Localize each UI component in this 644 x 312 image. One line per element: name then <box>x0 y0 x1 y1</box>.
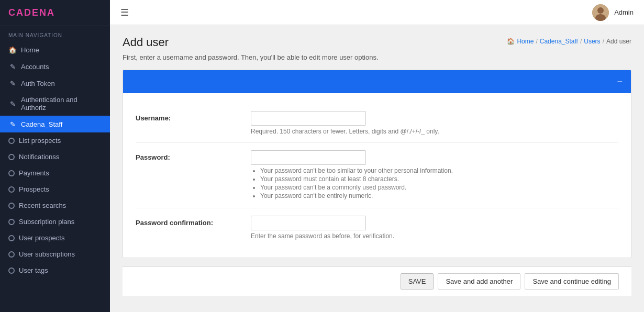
circle-icon <box>8 268 15 274</box>
save-add-another-button[interactable]: Save and add another <box>438 273 520 289</box>
username-label: Username: <box>136 111 251 122</box>
breadcrumb-current: Add user <box>606 38 631 45</box>
breadcrumb-parent[interactable]: Users <box>584 38 600 45</box>
password-confirm-row: Password confirmation: Enter the same pa… <box>136 208 618 247</box>
sidebar-item-label: User prospects <box>19 234 64 242</box>
sidebar-item-label: Accounts <box>21 63 49 71</box>
sidebar-item-label: Home <box>21 46 39 54</box>
password-confirm-help: Enter the same password as before, for v… <box>251 232 618 240</box>
page-header: Add user 🏠 Home / Cadena_Staff / Users /… <box>123 36 631 49</box>
sidebar-item-notificationss[interactable]: Notificationss <box>0 149 110 165</box>
circle-icon <box>8 138 15 144</box>
page-subtitle: First, enter a username and password. Th… <box>123 53 631 61</box>
topbar-right: Admin <box>592 4 634 21</box>
sidebar-item-label: Notificationss <box>19 153 59 161</box>
sidebar-item-label: List prospects <box>19 137 61 144</box>
circle-icon <box>8 154 15 160</box>
sidebar-item-recent-searches[interactable]: Recent searchs <box>0 197 110 214</box>
breadcrumb-home[interactable]: Home <box>517 38 534 45</box>
admin-username: Admin <box>614 8 634 16</box>
sidebar-item-auth-token[interactable]: ✎ Auth Token <box>0 75 110 92</box>
svg-point-1 <box>597 7 604 14</box>
sidebar-item-label: Recent searchs <box>19 202 66 209</box>
app-logo: CADENA <box>0 0 110 26</box>
sidebar: CADENA MAIN NAVIGATION 🏠 Home ✎ Accounts… <box>0 0 110 312</box>
breadcrumb-sep2: / <box>580 38 582 45</box>
sidebar-item-list-prospects[interactable]: List prospects <box>0 132 110 149</box>
password-confirm-input[interactable] <box>251 216 366 230</box>
sidebar-item-label: Subscription plans <box>19 218 74 226</box>
main-content: ☰ Admin Add user 🏠 Home / Cadena_Staff / <box>110 0 644 312</box>
sidebar-item-label: Cadena_Staff <box>21 120 62 128</box>
password-confirm-label: Password confirmation: <box>136 216 251 227</box>
password-hint-2: Your password must contain at least 8 ch… <box>260 175 618 183</box>
sidebar-item-label: User subscriptions <box>19 250 75 258</box>
password-confirm-field: Enter the same password as before, for v… <box>251 216 618 240</box>
sidebar-item-user-tags[interactable]: User tags <box>0 262 110 278</box>
sidebar-item-subscription-plans[interactable]: Subscription plans <box>0 214 110 230</box>
sidebar-item-label: Authentication and Authoriz <box>21 96 102 112</box>
username-help: Required. 150 characters or fewer. Lette… <box>251 128 618 135</box>
circle-icon <box>8 203 15 209</box>
form-footer: SAVE Save and add another Save and conti… <box>123 266 631 296</box>
save-continue-editing-button[interactable]: Save and continue editing <box>525 273 619 289</box>
edit-icon: ✎ <box>8 120 17 128</box>
circle-icon <box>8 235 15 241</box>
home-icon: 🏠 <box>8 46 17 54</box>
breadcrumb-home-icon: 🏠 <box>507 38 515 45</box>
password-hint-4: Your password can't be entirely numeric. <box>260 192 618 199</box>
circle-icon <box>8 170 15 176</box>
form-card: − Username: Required. 150 characters or … <box>123 70 631 258</box>
password-input[interactable] <box>251 150 366 165</box>
password-hint-3: Your password can't be a commonly used p… <box>260 184 618 191</box>
sidebar-item-label: Payments <box>19 169 49 177</box>
sidebar-item-label: User tags <box>19 266 48 274</box>
edit-icon: ✎ <box>8 62 17 71</box>
password-field: Your password can't be too similar to yo… <box>251 150 618 200</box>
password-row: Password: Your password can't be too sim… <box>136 143 618 208</box>
avatar <box>592 4 609 21</box>
breadcrumb-sep3: / <box>603 38 604 45</box>
edit-icon: ✎ <box>8 99 17 108</box>
sidebar-item-user-subscriptions[interactable]: User subscriptions <box>0 246 110 262</box>
topbar-left: ☰ <box>120 7 129 18</box>
collapse-button[interactable]: − <box>617 77 623 86</box>
save-button[interactable]: SAVE <box>401 273 434 289</box>
form-card-header: − <box>123 70 631 93</box>
sidebar-item-accounts[interactable]: ✎ Accounts <box>0 58 110 75</box>
circle-icon <box>8 186 15 193</box>
edit-icon: ✎ <box>8 79 17 87</box>
username-row: Username: Required. 150 characters or fe… <box>136 104 618 143</box>
sidebar-item-payments[interactable]: Payments <box>0 165 110 181</box>
sidebar-item-label: Auth Token <box>21 80 55 87</box>
page-title: Add user <box>123 36 169 49</box>
sidebar-item-label: Prospects <box>19 185 49 193</box>
password-hints: Your password can't be too similar to yo… <box>251 167 618 199</box>
circle-icon <box>8 219 15 225</box>
breadcrumb-sep1: / <box>536 38 537 45</box>
menu-toggle-button[interactable]: ☰ <box>120 7 129 18</box>
breadcrumb-section[interactable]: Cadena_Staff <box>540 38 578 45</box>
sidebar-item-prospects[interactable]: Prospects <box>0 181 110 197</box>
circle-icon <box>8 251 15 258</box>
username-field: Required. 150 characters or fewer. Lette… <box>251 111 618 135</box>
username-input[interactable] <box>251 111 366 126</box>
form-body: Username: Required. 150 characters or fe… <box>123 93 631 258</box>
topbar: ☰ Admin <box>110 0 644 25</box>
nav-section-title: MAIN NAVIGATION <box>0 26 110 41</box>
sidebar-item-cadena-staff[interactable]: ✎ Cadena_Staff <box>0 116 110 132</box>
page-content: Add user 🏠 Home / Cadena_Staff / Users /… <box>110 25 644 312</box>
password-hint-1: Your password can't be too similar to yo… <box>260 167 618 174</box>
sidebar-item-user-prospects[interactable]: User prospects <box>0 230 110 246</box>
sidebar-item-auth-authz[interactable]: ✎ Authentication and Authoriz <box>0 92 110 116</box>
password-label: Password: <box>136 150 251 161</box>
breadcrumb: 🏠 Home / Cadena_Staff / Users / Add user <box>507 38 631 45</box>
sidebar-item-home[interactable]: 🏠 Home <box>0 41 110 58</box>
